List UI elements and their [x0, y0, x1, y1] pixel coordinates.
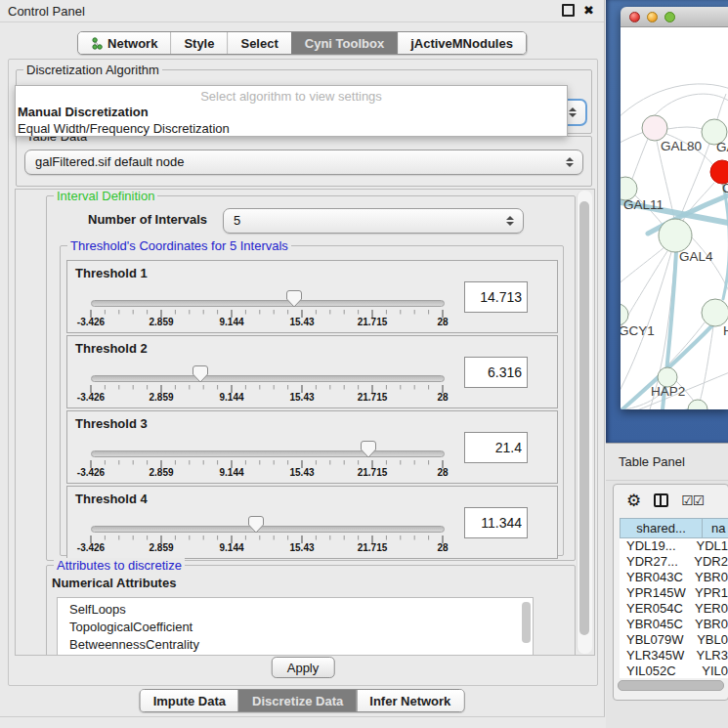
threshold-4-slider-thumb[interactable]	[247, 515, 265, 535]
cell-name[interactable]: YER0	[691, 601, 728, 617]
tab-network[interactable]: Network	[78, 32, 170, 54]
number-of-intervals-label: Number of Intervals	[88, 212, 207, 227]
network-canvas[interactable]: GAL80GACGAL11GAL4GCY1HHAP2	[621, 27, 728, 409]
network-edge-highlighted[interactable]	[621, 408, 697, 409]
bottom-tab-discretize-data[interactable]: Discretize Data	[238, 690, 356, 711]
threshold-3-value-input[interactable]	[464, 432, 528, 463]
network-edge[interactable]	[621, 84, 728, 120]
network-edge[interactable]	[655, 94, 728, 115]
select-all-checkboxes-icon[interactable]: ☑☑	[681, 493, 704, 507]
network-node-gal80[interactable]	[642, 115, 667, 141]
cell-name[interactable]: YIL0	[698, 664, 728, 678]
network-node-h[interactable]	[702, 299, 728, 326]
table-row[interactable]: YDL19...YDL1	[620, 538, 728, 554]
network-graph: GAL80GACGAL11GAL4GCY1HHAP2	[621, 27, 728, 409]
float-window-icon[interactable]	[562, 4, 575, 17]
network-node-gcy1[interactable]	[621, 304, 628, 325]
algorithm-option-manual[interactable]: Manual Discretization	[16, 104, 567, 120]
attribute-item-topologicalcoefficient[interactable]: TopologicalCoefficient	[58, 619, 533, 636]
table-row[interactable]: YIL052CYIL0	[620, 664, 728, 678]
attribute-item-betweennesscentrality[interactable]: BetweennessCentrality	[58, 636, 533, 654]
table-row[interactable]: YPR145WYPR1	[620, 585, 728, 601]
table-row[interactable]: YBR045CYBR0	[620, 617, 728, 632]
threshold-1-slider-thumb[interactable]	[285, 289, 303, 309]
threshold-1-slider-track[interactable]	[91, 300, 445, 307]
table-horizontal-scrollbar[interactable]	[618, 680, 724, 691]
gear-icon[interactable]: ⚙	[626, 492, 641, 509]
network-edge[interactable]	[689, 235, 728, 296]
network-edge[interactable]	[621, 132, 644, 145]
close-traffic-light-icon[interactable]	[629, 12, 640, 22]
table-row[interactable]: YBL079WYBL0	[620, 632, 728, 648]
number-of-intervals-combobox[interactable]: 5	[223, 208, 524, 234]
threshold-3-label: Threshold 3	[75, 416, 148, 431]
cell-shared-name[interactable]: YDL19...	[620, 538, 692, 554]
column-header-name[interactable]: na	[703, 518, 728, 538]
tab-jactivemnodules[interactable]: jActiveMNodules	[397, 32, 526, 54]
cell-name[interactable]: YBL0	[693, 632, 728, 648]
cell-shared-name[interactable]: YBL079W	[620, 632, 693, 648]
cell-shared-name[interactable]: YBR045C	[620, 617, 691, 632]
network-edge[interactable]	[621, 247, 664, 289]
network-edge[interactable]	[632, 139, 648, 179]
slider-tick-marks	[87, 460, 447, 469]
tab-select[interactable]: Select	[227, 32, 290, 54]
table-row[interactable]: YLR345WYLR3	[620, 648, 728, 664]
cell-shared-name[interactable]: YBR043C	[620, 570, 691, 585]
interval-definition-group: Interval Definition Number of Intervals …	[46, 195, 576, 561]
settings-scrollpane: Interval Definition Number of Intervals …	[15, 189, 595, 656]
threshold-2-value-input[interactable]	[464, 357, 528, 388]
table-panel-titlebar: Table Panel	[606, 443, 728, 481]
threshold-1-box: Threshold 1-3.4262.8599.14415.4321.71528	[66, 260, 558, 333]
bottom-tab-impute-data[interactable]: Impute Data	[141, 690, 238, 711]
cell-name[interactable]: YDR2	[690, 554, 728, 570]
column-header-shared-name[interactable]: shared...	[620, 518, 703, 538]
tab-cyni-toolbox[interactable]: Cyni Toolbox	[291, 32, 397, 54]
cell-name[interactable]: YLR3	[692, 648, 728, 664]
network-node[interactable]	[688, 400, 707, 409]
cell-shared-name[interactable]: YDR27...	[620, 554, 690, 570]
table-data-group: Table Data galFiltered.sif default node	[16, 136, 592, 187]
list-scrollbar[interactable]	[522, 602, 531, 643]
bottom-tab-infer-network[interactable]: Infer Network	[356, 690, 463, 711]
threshold-2-label: Threshold 2	[75, 341, 148, 356]
slider-tick-label: 9.144	[219, 467, 243, 478]
cell-shared-name[interactable]: YIL052C	[620, 664, 698, 678]
threshold-2-slider-thumb[interactable]	[192, 364, 209, 384]
cell-name[interactable]: YBR0	[691, 570, 728, 585]
threshold-3-slider-thumb[interactable]	[360, 440, 377, 459]
table-data-combobox[interactable]: galFiltered.sif default node	[24, 150, 583, 175]
tab-style[interactable]: Style	[170, 32, 227, 54]
cell-name[interactable]: YBR0	[691, 617, 728, 632]
cell-name[interactable]: YDL1	[692, 538, 728, 554]
threshold-4-slider-track[interactable]	[91, 526, 445, 533]
algorithm-placeholder-option[interactable]: Select algorithm to view settings	[16, 86, 567, 104]
threshold-3-slider-track[interactable]	[91, 450, 445, 457]
settings-scrollbar[interactable]	[577, 191, 592, 654]
split-columns-icon[interactable]	[654, 493, 668, 507]
numerical-attributes-list[interactable]: SelfLoopsTopologicalCoefficientBetweenne…	[57, 597, 534, 656]
attribute-item-selfloops[interactable]: SelfLoops	[58, 601, 533, 619]
cell-name[interactable]: YPR1	[691, 585, 728, 601]
zoom-traffic-light-icon[interactable]	[664, 12, 675, 22]
network-edge[interactable]	[667, 127, 703, 129]
table-row[interactable]: YBR043CYBR0	[620, 570, 728, 585]
threshold-4-value-input[interactable]	[464, 507, 528, 538]
table-row[interactable]: YDR27...YDR2	[620, 554, 728, 570]
network-node-gal4[interactable]	[659, 219, 692, 252]
minimize-traffic-light-icon[interactable]	[647, 12, 658, 22]
apply-button[interactable]: Apply	[272, 657, 335, 678]
threshold-2-box: Threshold 2-3.4262.8599.14415.4321.71528	[66, 335, 558, 408]
cell-shared-name[interactable]: YPR145W	[620, 585, 691, 601]
cell-shared-name[interactable]: YER054C	[620, 601, 691, 617]
settings-scrollbar-thumb[interactable]	[579, 201, 589, 635]
threshold-1-value-input[interactable]	[464, 281, 528, 313]
threshold-2-slider-track[interactable]	[91, 375, 445, 382]
table-row[interactable]: YER054CYER0	[620, 601, 728, 617]
slider-tick-label: 2.859	[149, 317, 173, 327]
algorithm-option-equal-width[interactable]: Equal Width/Frequency Discretization	[16, 120, 567, 137]
close-icon[interactable]: ✖	[583, 4, 594, 17]
cell-shared-name[interactable]: YLR345W	[620, 648, 692, 664]
network-window[interactable]: GAL80GACGAL11GAL4GCY1HHAP2	[621, 7, 728, 409]
node-label: H	[723, 323, 728, 338]
